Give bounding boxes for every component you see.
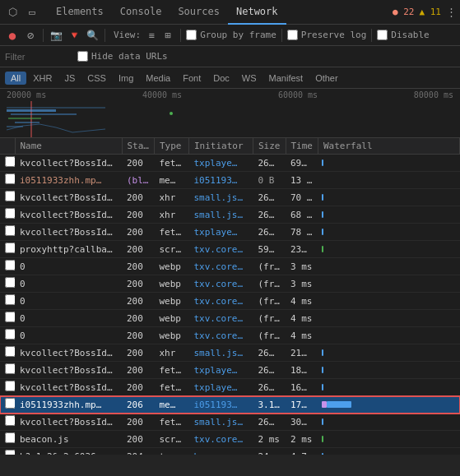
tab-console[interactable]: Console [112,0,170,25]
filter-button[interactable]: 🔻 [67,28,81,43]
row-name: kvcollect?BossId… [15,189,122,206]
type-btn-all[interactable]: All [5,72,26,85]
timeline-area: 20000 ms 40000 ms 60000 ms 80000 ms [0,89,460,138]
th-waterfall[interactable]: Waterfall [318,138,460,155]
row-time: 16… [286,379,318,396]
type-btn-img[interactable]: Img [113,72,139,85]
disable-cache-checkbox[interactable]: Disable [377,30,429,40]
type-btn-doc[interactable]: Doc [207,72,235,85]
table-row[interactable]: kvcollect?BossId…200xhrsmall.js:126…21… [0,344,460,362]
row-initiator: i051193… [189,172,253,189]
type-btn-manifest[interactable]: Manifest [263,72,309,85]
stop-button[interactable]: ⊘ [23,28,38,43]
inspect-icon[interactable]: ⬡ [3,3,21,21]
group-by-frame-input[interactable] [186,30,197,40]
row-status: (bl… [122,172,155,189]
row-checkbox[interactable] [5,381,15,391]
table-row[interactable]: kvcollect?BossId…200xhrsmall.js:126…70 … [0,189,460,206]
network-table-container[interactable]: Name Sta… Type Initiator Size Time Water… [0,138,460,455]
disable-cache-input[interactable] [377,30,388,40]
type-btn-js[interactable]: JS [58,72,81,85]
th-status[interactable]: Sta… [122,138,155,155]
type-btn-xhr[interactable]: XHR [27,72,58,85]
type-btn-media[interactable]: Media [140,72,176,85]
tab-sources[interactable]: Sources [170,0,228,25]
row-time: 68 … [286,206,318,224]
row-checkbox[interactable] [5,225,15,236]
table-row[interactable]: 0200webptxv.core…(fr…3 ms [0,275,460,293]
table-row[interactable]: kvcollect?BossId…200fetchtxplaye…26…78 … [0,224,460,241]
group-by-frame-checkbox[interactable]: Group by frame [186,30,276,40]
table-row[interactable]: i0511933zhh.mp…(bl…me…i051193…0 B13 … [0,172,460,189]
type-btn-ws[interactable]: WS [236,72,263,85]
table-row[interactable]: b?c1=2&c2=6036…204tex…beacon…24…4.7… [0,448,460,455]
tab-elements[interactable]: Elements [48,0,112,25]
table-row[interactable]: 0200webptxv.core…(fr…4 ms [0,310,460,327]
filter-input[interactable] [5,52,71,62]
row-name: kvcollect?BossId… [15,362,122,379]
row-status: 204 [122,448,155,455]
table-row[interactable]: 0200webptxv.core…(fr…4 ms [0,327,460,344]
row-checkbox[interactable] [5,363,15,374]
table-row[interactable]: kvcollect?BossId…200fetchtxplaye…26…16… [0,379,460,396]
hide-data-urls-input[interactable] [77,51,88,62]
row-initiator: txv.core… [189,310,253,327]
more-tabs-button[interactable]: ⋮ [446,6,457,18]
network-table: Name Sta… Type Initiator Size Time Water… [0,138,460,455]
table-row[interactable]: beacon.js200scripttxv.core…2 ms2 ms [0,431,460,448]
grid-view-button[interactable]: ⊞ [160,28,175,43]
search-button[interactable]: 🔍 [85,28,100,43]
row-checkbox[interactable] [5,432,15,443]
table-row[interactable]: kvcollect?BossId…200fetchtxplaye…26…69… [0,155,460,172]
row-checkbox[interactable] [5,277,15,288]
toolbar-separator-2 [105,29,105,42]
th-size[interactable]: Size [253,138,286,155]
record-button[interactable]: ● [5,28,20,43]
table-row[interactable]: i0511933zhh.mp…206me…i051193…3.1…17… [0,396,460,414]
row-name: 0 [15,310,122,327]
row-checkbox[interactable] [5,329,15,340]
row-checkbox[interactable] [5,173,15,184]
row-checkbox[interactable] [5,312,15,322]
row-checkbox[interactable] [5,260,15,270]
table-row[interactable]: 0200webptxv.core…(fr…4 ms [0,293,460,310]
th-checkbox[interactable] [0,138,15,155]
row-waterfall [318,327,460,344]
row-checkbox[interactable] [5,243,15,253]
row-checkbox[interactable] [5,294,15,305]
row-checkbox[interactable] [5,346,15,357]
th-type[interactable]: Type [155,138,189,155]
preserve-log-checkbox[interactable]: Preserve log [287,30,366,40]
type-btn-other[interactable]: Other [309,72,344,85]
row-status: 200 [122,414,155,431]
table-row[interactable]: kvcollect?BossId…200xhrsmall.js:126…68 … [0,206,460,224]
th-time[interactable]: Time [286,138,318,155]
row-checkbox[interactable] [5,415,15,426]
row-waterfall [318,396,460,414]
th-initiator[interactable]: Initiator [189,138,253,155]
type-btn-font[interactable]: Font [177,72,207,85]
preserve-log-input[interactable] [287,30,298,40]
row-size: 26… [253,362,286,379]
row-size: (fr… [253,275,286,293]
device-icon[interactable]: ▭ [23,3,41,21]
svg-rect-3 [8,118,41,119]
table-row[interactable]: kvcollect?BossId…200fetchtxplaye…26…18… [0,362,460,379]
row-checkbox[interactable] [5,398,15,409]
row-checkbox[interactable] [5,191,15,201]
type-filter-bar: All XHR JS CSS Img Media Font Doc WS Man… [0,67,460,89]
tab-network[interactable]: Network [228,0,286,25]
row-checkbox[interactable] [5,450,15,455]
tab-bar: ⬡ ▭ Elements Console Sources Network ● 2… [0,0,460,25]
th-name[interactable]: Name [15,138,122,155]
list-view-button[interactable]: ≡ [144,28,159,43]
row-checkbox[interactable] [5,208,15,219]
type-btn-css[interactable]: CSS [81,72,112,85]
row-name: i0511933zhh.mp… [15,396,122,414]
camera-button[interactable]: 📷 [49,28,63,43]
table-row[interactable]: kvcollect?BossId…200fetchsmall.js:126…30… [0,414,460,431]
table-row[interactable]: 0200webptxv.core…(fr…3 ms [0,258,460,275]
row-checkbox[interactable] [5,156,15,167]
hide-data-urls-checkbox[interactable]: Hide data URLs [77,51,168,62]
table-row[interactable]: proxyhttp?callba…200scripttxv.core…59…23… [0,241,460,258]
